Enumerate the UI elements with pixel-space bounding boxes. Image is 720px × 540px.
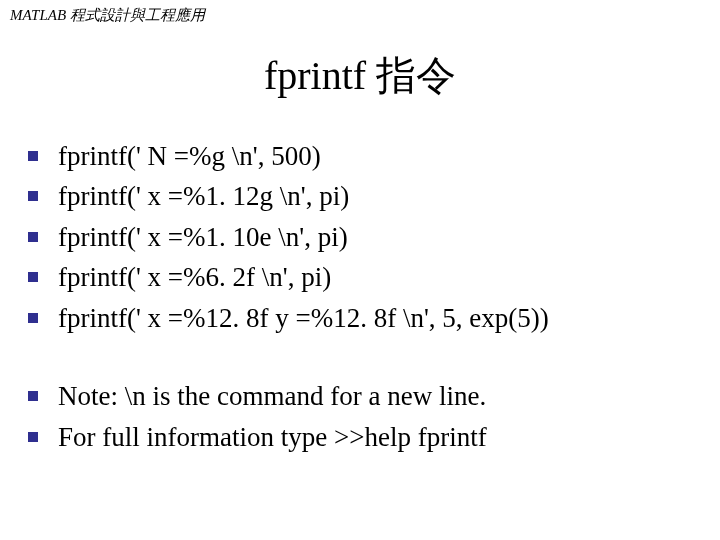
slide-header: MATLAB 程式設計與工程應用 [10, 6, 205, 25]
bullet-group-1: fprintf(' N =%g \n', 500) fprintf(' x =%… [28, 138, 700, 336]
title-text: fprintf 指令 [264, 53, 456, 98]
bullet-text: fprintf(' x =%6. 2f \n', pi) [58, 259, 331, 295]
bullet-icon [28, 432, 38, 442]
bullet-icon [28, 232, 38, 242]
bullet-text: fprintf(' x =%1. 10e \n', pi) [58, 219, 348, 255]
list-item: Note: \n is the command for a new line. [28, 378, 700, 414]
list-item: fprintf(' N =%g \n', 500) [28, 138, 700, 174]
list-item: fprintf(' x =%1. 12g \n', pi) [28, 178, 700, 214]
bullet-icon [28, 313, 38, 323]
header-text: MATLAB 程式設計與工程應用 [10, 7, 205, 23]
bullet-icon [28, 272, 38, 282]
bullet-group-2: Note: \n is the command for a new line. … [28, 378, 700, 455]
list-item: fprintf(' x =%1. 10e \n', pi) [28, 219, 700, 255]
bullet-text: Note: \n is the command for a new line. [58, 378, 486, 414]
bullet-text: fprintf(' x =%12. 8f y =%12. 8f \n', 5, … [58, 300, 549, 336]
bullet-icon [28, 191, 38, 201]
bullet-text: fprintf(' x =%1. 12g \n', pi) [58, 178, 349, 214]
bullet-icon [28, 151, 38, 161]
list-item: fprintf(' x =%6. 2f \n', pi) [28, 259, 700, 295]
bullet-text: fprintf(' N =%g \n', 500) [58, 138, 321, 174]
list-item: fprintf(' x =%12. 8f y =%12. 8f \n', 5, … [28, 300, 700, 336]
slide-title: fprintf 指令 [0, 48, 720, 103]
slide-content: fprintf(' N =%g \n', 500) fprintf(' x =%… [28, 138, 700, 497]
list-item: For full information type >>help fprintf [28, 419, 700, 455]
bullet-icon [28, 391, 38, 401]
bullet-text: For full information type >>help fprintf [58, 419, 487, 455]
